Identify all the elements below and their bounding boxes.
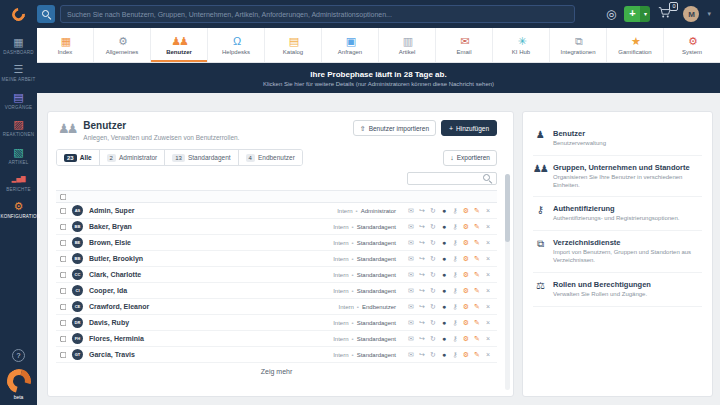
sidebar-item[interactable]: ▨ REAKTIONEN <box>0 118 37 137</box>
row-checkbox[interactable] <box>60 271 66 277</box>
login-as-icon[interactable]: ↪ <box>418 302 426 312</box>
settings-nav-item[interactable]: ♟ Benutzer Benutzerverwaltung <box>533 122 702 156</box>
admin-menu-item[interactable]: ▤ Katalog <box>264 28 321 62</box>
sidebar-item[interactable]: ▂▅▇ BERICHTE <box>0 173 37 192</box>
permissions-icon[interactable]: ● <box>440 206 448 216</box>
settings-icon[interactable]: ⚙ <box>462 206 470 216</box>
admin-menu-item[interactable]: ⧉ Integrationen <box>549 28 606 62</box>
brand-logo-icon[interactable] <box>2 365 35 398</box>
mail-icon[interactable]: ✉ <box>407 222 415 232</box>
settings-icon[interactable]: ⚙ <box>462 302 470 312</box>
reset-password-icon[interactable]: ↻ <box>429 350 437 360</box>
login-as-icon[interactable]: ↪ <box>418 350 426 360</box>
select-all-checkbox[interactable] <box>60 193 66 199</box>
trial-banner[interactable]: Ihre Probephase läuft in 28 Tage ab. Kli… <box>37 63 720 93</box>
delete-icon[interactable]: × <box>484 238 492 248</box>
role-filter-tab[interactable]: 2 Administrator <box>99 150 165 165</box>
login-as-icon[interactable]: ↪ <box>418 238 426 248</box>
import-users-button[interactable]: ⇧ Benutzer importieren <box>353 120 436 136</box>
settings-icon[interactable]: ⚙ <box>462 238 470 248</box>
settings-icon[interactable]: ⚙ <box>462 334 470 344</box>
settings-icon[interactable]: ⚙ <box>462 222 470 232</box>
row-checkbox[interactable] <box>60 255 66 261</box>
settings-icon[interactable]: ⚙ <box>462 350 470 360</box>
role-filter-tab[interactable]: 4 Endbenutzer <box>238 150 302 165</box>
mail-icon[interactable]: ✉ <box>407 238 415 248</box>
admin-menu-item[interactable]: ▥ Artikel <box>378 28 435 62</box>
mail-icon[interactable]: ✉ <box>407 302 415 312</box>
permissions-icon[interactable]: ● <box>440 334 448 344</box>
settings-icon[interactable]: ⚙ <box>462 254 470 264</box>
admin-menu-item[interactable]: ✉ Email <box>435 28 492 62</box>
mail-icon[interactable]: ✉ <box>407 270 415 280</box>
help-button[interactable]: ? <box>12 349 25 362</box>
edit-icon[interactable]: ✎ <box>473 254 481 264</box>
add-user-button[interactable]: + Hinzufügen <box>441 120 497 136</box>
table-row[interactable]: BB Baker, Bryan Intern • Standardagent ✉… <box>56 219 497 235</box>
reset-password-icon[interactable]: ↻ <box>429 318 437 328</box>
role-filter-tab[interactable]: 23 Alle <box>57 150 99 165</box>
sidebar-item[interactable]: ⚙ KONFIGURATION <box>0 200 37 219</box>
delete-icon[interactable]: × <box>484 254 492 264</box>
row-checkbox[interactable] <box>60 239 66 245</box>
cart-button[interactable]: 0 <box>658 6 671 22</box>
permissions-icon[interactable]: ● <box>440 254 448 264</box>
sidebar-item[interactable]: ▧ ARTIKEL <box>0 146 37 165</box>
permissions-icon[interactable]: ● <box>440 350 448 360</box>
delete-icon[interactable]: × <box>484 222 492 232</box>
row-checkbox[interactable] <box>60 335 66 341</box>
api-key-icon[interactable]: ⚷ <box>451 334 459 344</box>
table-scrollbar[interactable] <box>505 174 510 390</box>
settings-nav-item[interactable]: ⧉ Verzeichnisdienste Import von Benutzer… <box>533 231 702 273</box>
delete-icon[interactable]: × <box>484 350 492 360</box>
api-key-icon[interactable]: ⚷ <box>451 318 459 328</box>
table-row[interactable]: BE Brown, Elsie Intern • Standardagent ✉… <box>56 235 497 251</box>
target-icon[interactable]: ◎ <box>606 8 616 20</box>
app-logo[interactable] <box>0 8 37 21</box>
api-key-icon[interactable]: ⚷ <box>451 206 459 216</box>
edit-icon[interactable]: ✎ <box>473 350 481 360</box>
edit-icon[interactable]: ✎ <box>473 318 481 328</box>
api-key-icon[interactable]: ⚷ <box>451 286 459 296</box>
api-key-icon[interactable]: ⚷ <box>451 270 459 280</box>
mail-icon[interactable]: ✉ <box>407 206 415 216</box>
table-row[interactable]: BB Butler, Brooklyn Intern • Standardage… <box>56 251 497 267</box>
row-checkbox[interactable] <box>60 303 66 309</box>
table-row[interactable]: DR Davis, Ruby Intern • Standardagent ✉ … <box>56 315 497 331</box>
permissions-icon[interactable]: ● <box>440 318 448 328</box>
settings-icon[interactable]: ⚙ <box>462 270 470 280</box>
settings-nav-item[interactable]: ♟♟ Gruppen, Unternehmen und Standorte Or… <box>533 156 702 198</box>
table-row[interactable]: AS Admin, Super Intern • Administrator ✉… <box>56 203 497 219</box>
mail-icon[interactable]: ✉ <box>407 350 415 360</box>
admin-menu-item[interactable]: ✳ KI Hub <box>492 28 549 62</box>
edit-icon[interactable]: ✎ <box>473 334 481 344</box>
api-key-icon[interactable]: ⚷ <box>451 254 459 264</box>
api-key-icon[interactable]: ⚷ <box>451 350 459 360</box>
delete-icon[interactable]: × <box>484 302 492 312</box>
mail-icon[interactable]: ✉ <box>407 318 415 328</box>
mail-icon[interactable]: ✉ <box>407 286 415 296</box>
admin-menu-item[interactable]: ★ Gamification <box>606 28 663 62</box>
reset-password-icon[interactable]: ↻ <box>429 254 437 264</box>
settings-icon[interactable]: ⚙ <box>462 318 470 328</box>
api-key-icon[interactable]: ⚷ <box>451 302 459 312</box>
delete-icon[interactable]: × <box>484 334 492 344</box>
table-row[interactable]: CE Crawford, Eleanor Intern • Endbenutze… <box>56 299 497 315</box>
mail-icon[interactable]: ✉ <box>407 254 415 264</box>
permissions-icon[interactable]: ● <box>440 302 448 312</box>
delete-icon[interactable]: × <box>484 286 492 296</box>
permissions-icon[interactable]: ● <box>440 286 448 296</box>
settings-nav-item[interactable]: ⚖ Rollen und Berechtigungen Verwalten Si… <box>533 273 702 307</box>
login-as-icon[interactable]: ↪ <box>418 334 426 344</box>
settings-nav-item[interactable]: ⚷ Authentifizierung Authentifizierungs- … <box>533 197 702 231</box>
login-as-icon[interactable]: ↪ <box>418 270 426 280</box>
reset-password-icon[interactable]: ↻ <box>429 206 437 216</box>
admin-menu-item[interactable]: ▣ Anfragen <box>321 28 378 62</box>
reset-password-icon[interactable]: ↻ <box>429 238 437 248</box>
row-checkbox[interactable] <box>60 287 66 293</box>
edit-icon[interactable]: ✎ <box>473 222 481 232</box>
row-checkbox[interactable] <box>60 207 66 213</box>
row-checkbox[interactable] <box>60 223 66 229</box>
table-row[interactable]: CI Cooper, Ida Intern • Standardagent ✉ … <box>56 283 497 299</box>
settings-icon[interactable]: ⚙ <box>462 286 470 296</box>
